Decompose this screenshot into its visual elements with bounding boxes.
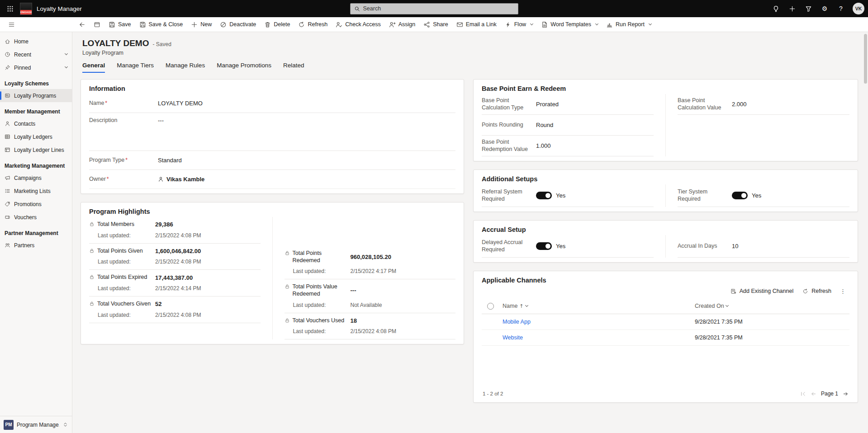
subgrid-refresh-button[interactable]: Refresh bbox=[798, 286, 835, 297]
back-button[interactable] bbox=[75, 19, 89, 30]
new-button[interactable]: New bbox=[187, 19, 215, 30]
word-templates-button[interactable]: Word Templates bbox=[537, 19, 602, 30]
select-all-checkbox[interactable] bbox=[487, 303, 494, 310]
global-search-input[interactable] bbox=[363, 5, 514, 12]
flow-button[interactable]: Flow bbox=[501, 19, 536, 30]
program-type-value[interactable]: Standard bbox=[158, 157, 455, 164]
user-avatar[interactable]: VK bbox=[853, 3, 864, 14]
created-on-column-header[interactable]: Created On bbox=[695, 303, 849, 309]
sidebar-section-loyalty-schemes: Loyalty Schemes bbox=[0, 74, 72, 89]
app-logo[interactable]: ENGAGE bbox=[20, 3, 32, 15]
sidebar-item-campaigns[interactable]: Campaigns bbox=[0, 171, 72, 184]
base-point-redemption-value-field[interactable]: Base Point Redemption Value 1.000 bbox=[482, 136, 654, 156]
tab-related[interactable]: Related bbox=[283, 62, 304, 73]
last-updated-label: Last updated: bbox=[285, 328, 351, 334]
sidebar-item-promotions[interactable]: Promotions bbox=[0, 198, 72, 211]
tab-manage-rules[interactable]: Manage Rules bbox=[166, 62, 205, 73]
base-point-calculation-type-field[interactable]: Base Point Calculation Type Prorated bbox=[482, 94, 654, 115]
sort-ascending-icon: ↑ bbox=[519, 303, 523, 309]
channel-row[interactable]: Mobile App 9/28/2021 7:35 PM bbox=[482, 314, 849, 330]
sidebar-item-vouchers[interactable]: Vouchers bbox=[0, 211, 72, 224]
delayed-accrual-toggle[interactable] bbox=[536, 242, 552, 250]
check-access-button[interactable]: Check Access bbox=[332, 19, 384, 30]
email-a-link-button[interactable]: Email a Link bbox=[453, 19, 500, 30]
command-bar: Save Save & Close New Deactivate Delete … bbox=[0, 17, 868, 32]
sidebar-item-loyalty-ledger-lines[interactable]: Loyalty Ledger Lines bbox=[0, 143, 72, 156]
referral-system-toggle[interactable] bbox=[536, 192, 552, 199]
top-navigation-bar: ENGAGE Loyalty Manager ⚙ ? VK bbox=[0, 0, 868, 17]
name-column-header[interactable]: Name ↑ bbox=[503, 303, 695, 309]
sidebar-item-label: Recent bbox=[14, 52, 31, 58]
first-page-button[interactable] bbox=[800, 391, 806, 397]
save-button[interactable]: Save bbox=[105, 19, 135, 30]
settings-button[interactable]: ⚙ bbox=[816, 0, 833, 17]
save-and-close-button[interactable]: Save & Close bbox=[136, 19, 187, 30]
points-rounding-field[interactable]: Points Rounding Round bbox=[482, 115, 654, 136]
description-value[interactable]: --- bbox=[158, 117, 455, 124]
card-title: Additional Setups bbox=[482, 175, 849, 183]
open-form-button[interactable] bbox=[90, 19, 104, 30]
name-value[interactable]: LOYALTY DEMO bbox=[158, 100, 455, 107]
field-value[interactable]: 10 bbox=[732, 243, 849, 249]
vertical-scrollbar[interactable] bbox=[864, 34, 867, 84]
question-mark-icon: ? bbox=[839, 5, 843, 12]
tab-manage-tiers[interactable]: Manage Tiers bbox=[117, 62, 154, 73]
app-title[interactable]: Loyalty Manager bbox=[37, 5, 82, 12]
description-field[interactable]: Description --- bbox=[89, 113, 455, 151]
sitemap-toggle-button[interactable] bbox=[5, 19, 19, 30]
share-button[interactable]: Share bbox=[420, 19, 451, 30]
run-report-button[interactable]: Run Report bbox=[602, 19, 655, 30]
accrual-in-days-field[interactable]: Accrual In Days 10 bbox=[678, 235, 849, 258]
program-type-field[interactable]: Program Type* Standard bbox=[89, 151, 455, 170]
owner-field[interactable]: Owner* Vikas Kamble bbox=[89, 170, 455, 189]
field-label: Delayed Accrual Required bbox=[482, 239, 536, 253]
tier-system-toggle[interactable] bbox=[732, 192, 748, 199]
add-existing-channel-button[interactable]: Add Existing Channel bbox=[726, 286, 798, 297]
channel-name-link[interactable]: Mobile App bbox=[503, 319, 695, 325]
global-search-box[interactable] bbox=[350, 3, 518, 14]
name-field[interactable]: Name* LOYALTY DEMO bbox=[89, 94, 455, 113]
sidebar-item-recent[interactable]: Recent bbox=[0, 48, 72, 61]
field-value[interactable]: 1.000 bbox=[536, 142, 654, 149]
sidebar-item-marketing-lists[interactable]: Marketing Lists bbox=[0, 184, 72, 198]
sidebar-item-partners[interactable]: Partners bbox=[0, 239, 72, 252]
deactivate-button[interactable]: Deactivate bbox=[216, 19, 260, 30]
base-point-calculation-value-field[interactable]: Base Point Calculation Value 2.000 bbox=[678, 94, 849, 115]
sidebar-item-loyalty-programs[interactable]: Loyalty Programs bbox=[0, 89, 72, 102]
assign-button[interactable]: Assign bbox=[385, 19, 419, 30]
previous-page-icon bbox=[811, 391, 816, 397]
channel-name-link[interactable]: Website bbox=[503, 334, 695, 341]
field-value[interactable]: Prorated bbox=[536, 101, 654, 108]
megaphone-icon bbox=[5, 175, 10, 181]
email-icon bbox=[456, 21, 463, 28]
stat-label: Total Vouchers Used bbox=[293, 317, 345, 325]
lock-icon bbox=[89, 248, 95, 254]
tab-manage-promotions[interactable]: Manage Promotions bbox=[217, 62, 271, 73]
filter-button[interactable] bbox=[800, 0, 816, 17]
top-bar-actions: ⚙ ? VK bbox=[768, 0, 868, 17]
sidebar-item-contacts[interactable]: Contacts bbox=[0, 117, 72, 130]
next-page-button[interactable] bbox=[843, 391, 849, 397]
new-label: New bbox=[200, 21, 212, 28]
quick-create-button[interactable] bbox=[784, 0, 800, 17]
previous-page-button[interactable] bbox=[811, 391, 816, 397]
delete-button[interactable]: Delete bbox=[261, 19, 294, 30]
back-arrow-icon bbox=[79, 21, 85, 28]
suggestions-button[interactable] bbox=[768, 0, 784, 17]
area-switcher[interactable]: PM Program Manage... bbox=[0, 416, 72, 433]
app-launcher-button[interactable] bbox=[0, 0, 20, 17]
chevron-down-icon bbox=[65, 52, 68, 55]
owner-value[interactable]: Vikas Kamble bbox=[166, 176, 204, 183]
refresh-icon bbox=[802, 288, 808, 294]
channel-row[interactable]: Website 9/28/2021 7:35 PM bbox=[482, 330, 849, 346]
field-value[interactable]: 2.000 bbox=[732, 101, 849, 108]
tab-general[interactable]: General bbox=[82, 62, 105, 73]
sidebar-item-home[interactable]: Home bbox=[0, 35, 72, 48]
more-commands-button[interactable]: ⋮ bbox=[836, 286, 849, 297]
refresh-button[interactable]: Refresh bbox=[294, 19, 331, 30]
help-button[interactable]: ? bbox=[833, 0, 849, 17]
sidebar-item-pinned[interactable]: Pinned bbox=[0, 61, 72, 74]
sidebar-item-loyalty-ledgers[interactable]: Loyalty Ledgers bbox=[0, 130, 72, 143]
filter-funnel-icon bbox=[805, 5, 812, 12]
field-value[interactable]: Round bbox=[536, 122, 654, 128]
